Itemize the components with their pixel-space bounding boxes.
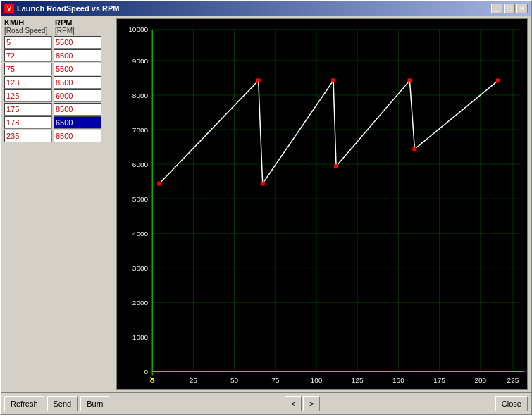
title-bar: V Launch RoadSpeed vs RPM _ □ ✕ <box>1 1 531 16</box>
table-row <box>4 63 113 75</box>
svg-text:✕: ✕ <box>149 375 156 385</box>
svg-text:150: 150 <box>392 376 404 384</box>
table-row <box>4 103 113 116</box>
svg-text:25: 25 <box>190 376 198 384</box>
main-window: V Launch RoadSpeed vs RPM _ □ ✕ KM/H [Ro… <box>0 0 532 415</box>
rpm-input[interactable] <box>54 116 101 129</box>
svg-text:100: 100 <box>311 376 323 384</box>
rpm-input[interactable] <box>54 89 101 102</box>
kmh-header: KM/H [Road Speed] <box>4 18 54 35</box>
kmh-label: KM/H <box>4 18 54 27</box>
svg-text:5000: 5000 <box>132 195 149 203</box>
table-row <box>4 89 113 102</box>
kmh-input[interactable] <box>4 76 52 89</box>
rpm-sublabel: [RPM] <box>55 27 101 35</box>
svg-text:6000: 6000 <box>132 161 149 168</box>
data-rows <box>4 36 113 142</box>
svg-text:175: 175 <box>433 376 445 384</box>
table-headers: KM/H [Road Speed] RPM [RPM] <box>4 18 113 35</box>
minimize-button[interactable]: _ <box>491 4 502 13</box>
svg-rect-0 <box>117 19 527 389</box>
svg-rect-47 <box>256 78 261 82</box>
svg-rect-48 <box>261 182 265 186</box>
bottom-bar: Refresh Send Burn < > Close <box>1 392 531 414</box>
svg-rect-53 <box>496 78 500 82</box>
table-row <box>4 36 113 49</box>
rpm-input[interactable] <box>54 76 101 89</box>
bottom-right-buttons: Close <box>495 396 528 411</box>
svg-text:1000: 1000 <box>132 333 149 341</box>
rpm-input[interactable] <box>54 49 101 62</box>
window-title: Launch RoadSpeed vs RPM <box>17 4 119 13</box>
send-button[interactable]: Send <box>47 396 78 411</box>
rpm-header: RPM [RPM] <box>55 18 101 35</box>
kmh-input[interactable] <box>4 49 52 62</box>
content-area: KM/H [Road Speed] RPM [RPM] <box>1 16 531 392</box>
kmh-input[interactable] <box>4 103 52 116</box>
table-row <box>4 76 113 89</box>
close-title-button[interactable]: ✕ <box>516 4 528 13</box>
kmh-input[interactable] <box>4 63 52 75</box>
svg-text:50: 50 <box>230 376 239 384</box>
rpm-input[interactable] <box>54 36 101 49</box>
svg-rect-50 <box>334 164 338 168</box>
chart-svg: 10000 9000 8000 7000 6000 5000 4000 3000… <box>117 19 527 389</box>
svg-text:125: 125 <box>352 376 364 384</box>
table-row <box>4 130 113 142</box>
close-button[interactable]: Close <box>495 396 528 411</box>
rpm-input[interactable] <box>54 103 101 116</box>
prev-button[interactable]: < <box>285 396 302 411</box>
svg-text:75: 75 <box>271 376 280 384</box>
svg-text:4000: 4000 <box>132 230 149 237</box>
kmh-input[interactable] <box>4 130 52 142</box>
svg-text:200: 200 <box>474 376 486 384</box>
kmh-input[interactable] <box>4 116 52 129</box>
svg-rect-49 <box>331 78 335 82</box>
title-buttons: _ □ ✕ <box>491 4 528 13</box>
kmh-input[interactable] <box>4 36 52 49</box>
rpm-input[interactable] <box>54 63 101 75</box>
table-row <box>4 116 113 129</box>
kmh-sublabel: [Road Speed] <box>4 27 54 35</box>
next-button[interactable]: > <box>303 396 320 411</box>
rpm-label: RPM <box>55 18 101 27</box>
svg-text:8000: 8000 <box>132 92 149 99</box>
svg-rect-46 <box>157 182 161 186</box>
burn-button[interactable]: Burn <box>80 396 109 411</box>
svg-text:3000: 3000 <box>132 264 149 272</box>
refresh-button[interactable]: Refresh <box>4 396 44 411</box>
left-panel: KM/H [Road Speed] RPM [RPM] <box>4 18 113 390</box>
svg-text:10000: 10000 <box>128 25 148 33</box>
kmh-input[interactable] <box>4 89 52 102</box>
bottom-left-buttons: Refresh Send Burn <box>4 396 109 411</box>
svg-text:2000: 2000 <box>132 299 149 306</box>
nav-buttons: < > <box>285 396 320 411</box>
title-bar-left: V Launch RoadSpeed vs RPM <box>4 4 119 13</box>
svg-text:0: 0 <box>144 368 149 376</box>
chart-area: 10000 9000 8000 7000 6000 5000 4000 3000… <box>116 18 528 390</box>
svg-rect-52 <box>412 147 416 151</box>
window-icon: V <box>4 4 14 13</box>
svg-text:225: 225 <box>507 376 519 384</box>
svg-text:9000: 9000 <box>132 57 149 65</box>
rpm-input[interactable] <box>54 130 101 142</box>
table-row <box>4 49 113 62</box>
maximize-button[interactable]: □ <box>504 4 515 13</box>
svg-text:7000: 7000 <box>132 126 149 134</box>
svg-rect-51 <box>407 78 412 82</box>
